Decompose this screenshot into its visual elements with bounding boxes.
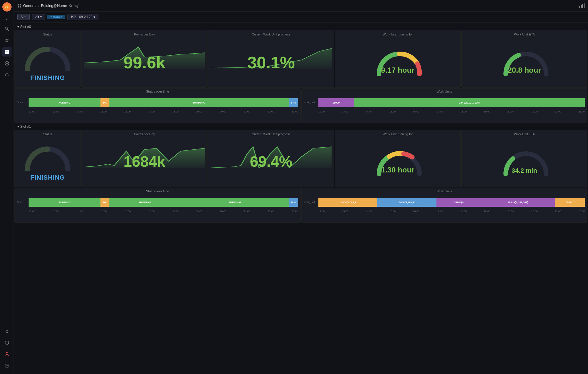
- slot-1-wup-card: Current Work Unit progress 69.4%: [208, 130, 334, 187]
- slot-0-wur-card: Work Unit running for 9.17 hour: [335, 30, 461, 88]
- svg-rect-9: [18, 4, 19, 5]
- topbar-actions: [579, 3, 585, 9]
- sidebar-dashboards[interactable]: [2, 47, 12, 57]
- grid-icon: [17, 4, 21, 8]
- breadcrumb-general: General: [23, 3, 36, 8]
- slot-0-charts: Status over time State RUNNING PA RUNNIN…: [14, 88, 588, 123]
- slot-1-status-value: FINISHING: [30, 174, 65, 181]
- svg-point-3: [5, 62, 9, 65]
- filterbar: Slot All ▾ Instance 192.168.2.123 ▾: [14, 12, 588, 22]
- wu-bar-16999: 16999: [318, 98, 354, 107]
- slot-1-status-card: Status FINISHING: [14, 130, 81, 187]
- main-panel: General / Folding@Home Slot All ▾ Instan…: [14, 0, 588, 374]
- breadcrumb: General / Folding@Home: [17, 3, 79, 8]
- sot1-bar-running1: RUNNING: [29, 198, 100, 207]
- slot-1-section: ▾ Slot #1 Status FINISHING: [14, 123, 588, 223]
- slot-0-wueta-card: Work Unit ETA 20.8 hour: [461, 30, 587, 88]
- svg-marker-13: [69, 4, 72, 7]
- slot-1-header[interactable]: ▾ Slot #1: [14, 123, 588, 130]
- breadcrumb-sep: /: [38, 3, 39, 8]
- svg-marker-2: [5, 39, 9, 42]
- chevron-down-icon-1: ▾: [17, 125, 19, 129]
- chevron-down-icon: ▾: [17, 25, 19, 29]
- slot-0-status-card: Status FINISHING: [14, 30, 81, 88]
- sot-bar-running2: RUNNING: [109, 98, 289, 107]
- slot-1-sot-ylabel: State: [17, 201, 29, 204]
- slot-0-label: Slot #0: [20, 25, 31, 29]
- slot-1-wur-gauge: 1.30 hour: [375, 149, 421, 174]
- wu1-bar-18448: 18448(6,181,11): [377, 198, 436, 207]
- chart-icon[interactable]: [579, 3, 585, 9]
- slot-1-wup-value: 69.4%: [250, 154, 292, 169]
- slot-1-wu-card: Work Units work_unit 18909(113,1,1 18448…: [301, 188, 588, 223]
- sot1-bar-running3: RUNNING: [181, 198, 289, 207]
- svg-point-4: [6, 63, 8, 64]
- sot-bar-running1: RUNNING: [29, 98, 100, 107]
- sidebar-toggle[interactable]: ›: [3, 14, 11, 22]
- svg-rect-19: [579, 6, 580, 8]
- slot-1-ppd-value: 1684k: [124, 154, 165, 169]
- svg-rect-10: [20, 4, 21, 5]
- slot-0-ppd-value: 99.6k: [124, 54, 165, 71]
- topbar: General / Folding@Home: [14, 0, 588, 12]
- slot-1-wup-title: Current Work Unit progress: [252, 132, 290, 136]
- slot-1-wur-card: Work Unit running for 1.30 hour: [335, 130, 461, 187]
- slot-0-status-gauge: [23, 45, 72, 72]
- slot-0-wup-title: Current Work Unit progress: [252, 33, 290, 36]
- slot-0-wueta-title: Work Unit ETA: [514, 33, 535, 36]
- sidebar-search[interactable]: [2, 24, 12, 33]
- sidebar-help[interactable]: ?: [2, 361, 12, 371]
- wu1-bar-18909a: 18909(113,1,1: [318, 198, 378, 207]
- svg-rect-21: [582, 4, 583, 8]
- svg-line-18: [76, 6, 77, 7]
- svg-rect-22: [584, 3, 585, 8]
- share-icon[interactable]: [74, 4, 79, 8]
- all-filter-dropdown[interactable]: All ▾: [32, 14, 45, 20]
- slot-1-status-gauge: [23, 145, 72, 172]
- slot-1-label: Slot #1: [20, 125, 31, 129]
- slot-0-wueta-gauge: 20.8 hour: [501, 49, 548, 75]
- sidebar-settings[interactable]: ⚙: [2, 327, 12, 336]
- slot-0-ppd-card: Points per Day 99.6k: [81, 30, 208, 88]
- dashboard-content: ▾ Slot #0 Status FINISHING: [14, 22, 588, 374]
- svg-line-17: [76, 5, 77, 5]
- slot-0-wur-value: 9.17 hour: [381, 66, 415, 75]
- instance-dropdown[interactable]: 192.168.2.123 ▾: [67, 14, 99, 20]
- sidebar-alerts[interactable]: [2, 70, 12, 80]
- slot-0-wup-value: 30.1%: [247, 54, 295, 71]
- slot-filter-btn[interactable]: Slot: [17, 14, 30, 20]
- svg-point-15: [75, 5, 76, 6]
- slot-1-wur-value: 1.30 hour: [381, 166, 415, 174]
- slot-1-ppd-title: Points per Day: [134, 132, 155, 136]
- slot-0-wur-gauge: 9.17 hour: [375, 49, 421, 75]
- slot-1-charts: Status over time State RUNNING PA RUNNIN…: [14, 188, 588, 223]
- sot-bar-fini1: FINI: [289, 98, 298, 107]
- sidebar-starred[interactable]: [2, 36, 12, 45]
- instance-label: Instance: [47, 15, 65, 19]
- star-icon[interactable]: [69, 4, 73, 8]
- svg-point-14: [77, 4, 78, 5]
- svg-point-16: [77, 6, 78, 7]
- slot-0-sot-ylabel: State: [17, 101, 29, 104]
- breadcrumb-dashboard: Folding@Home: [41, 3, 67, 8]
- wu1-bar-18449: 18449(3,457,309): [481, 198, 555, 207]
- sidebar-explore[interactable]: [2, 59, 12, 68]
- slot-0-wu-ylabel: work_unit: [304, 101, 318, 104]
- sot-bar-pa1: PA: [100, 98, 109, 107]
- sidebar-user[interactable]: [2, 350, 12, 359]
- slot-0-status-title: Status: [43, 33, 52, 36]
- slot-1-wueta-title: Work Unit ETA: [514, 132, 535, 136]
- svg-rect-11: [18, 6, 19, 7]
- sot1-bar-running2: RUNNING: [109, 198, 181, 207]
- svg-rect-12: [20, 6, 21, 7]
- slot-1-sot-title: Status over time: [17, 189, 298, 193]
- sot1-bar-fini: FINI: [289, 198, 298, 207]
- slot-0-sot-title: Status over time: [17, 90, 298, 93]
- app-logo[interactable]: G: [2, 2, 12, 12]
- slot-0-wup-card: Current Work Unit progress 30.1%: [208, 30, 334, 88]
- svg-line-1: [7, 29, 9, 31]
- wu1-bar-18909b: 18909(10: [555, 198, 585, 207]
- slot-0-header[interactable]: ▾ Slot #0: [14, 24, 588, 30]
- slot-1-sot-card: Status over time State RUNNING PA RUNNIN…: [14, 188, 301, 223]
- sidebar-shield[interactable]: [2, 338, 12, 347]
